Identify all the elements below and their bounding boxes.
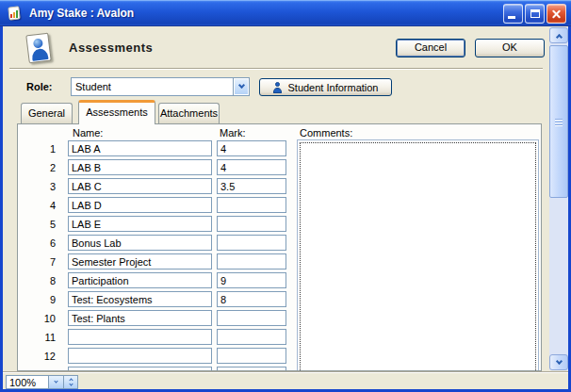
assessment-name-input[interactable] [68,272,212,288]
row-number: 6 [18,237,56,249]
chevron-up-icon [555,33,562,40]
assessment-mark-input[interactable] [217,235,286,251]
student-information-label: Student Information [287,82,378,93]
assessment-name-input[interactable] [68,329,212,345]
row-number: 12 [18,351,56,362]
table-row-clipped [18,367,291,371]
zoom-spinner[interactable] [63,376,77,388]
zoom-level-value: 100% [7,376,48,388]
row-number: 4 [18,200,56,211]
row-number: 5 [18,219,56,230]
name-column-header: Name: [73,127,103,139]
student-information-button[interactable]: Student Information [259,78,392,96]
row-number: 9 [18,294,56,305]
comments-field[interactable] [297,139,539,371]
assessment-mark-input[interactable] [217,310,286,326]
table-row: 3 [18,178,291,197]
ok-button[interactable]: OK [475,39,545,57]
zoom-dropdown-button[interactable] [48,376,63,388]
role-dropdown[interactable]: Student [71,77,250,96]
scroll-down-button[interactable] [549,354,568,370]
role-label: Role: [26,81,53,92]
assessment-name-input[interactable] [68,140,212,156]
assessment-mark-input[interactable] [217,178,286,194]
assessment-name-input[interactable] [68,348,212,364]
row-number: 7 [18,256,56,268]
window-title: Amy Stake : Avalon [29,7,503,20]
table-row: 5 [18,216,291,235]
zoom-control[interactable]: 100% [6,375,78,389]
app-chart-icon [8,6,23,21]
minimize-button[interactable] [503,4,523,24]
page-title: Assessments [69,41,153,55]
assessment-name-input[interactable] [68,253,212,270]
comments-header: Comments: [300,127,352,139]
assessment-mark-input[interactable] [217,197,286,213]
assessments-person-card-icon [25,33,56,65]
assessment-mark-input[interactable] [217,329,286,345]
comments-textarea[interactable] [300,142,536,371]
assessment-name-input[interactable] [68,178,212,194]
maximize-button[interactable] [525,4,545,24]
table-row: 6 [18,235,291,253]
row-number: 1 [18,143,56,155]
vertical-scrollbar[interactable] [549,27,568,370]
assessment-mark-input[interactable] [217,253,286,270]
scrollbar-thumb[interactable] [549,45,568,198]
close-button[interactable] [547,4,566,24]
minimize-icon [508,16,515,19]
header-divider [9,68,543,70]
row-number: 8 [18,275,56,286]
assessment-name-input[interactable] [68,216,212,232]
tab-assessments[interactable]: Assessments [78,100,155,124]
titlebar: Amy Stake : Avalon [0,0,571,26]
assessment-name-input[interactable] [68,310,212,326]
spinner-down-icon [69,382,73,385]
table-row: 2 [18,159,291,178]
assessment-name-input[interactable] [68,367,212,371]
chevron-down-icon [555,357,562,364]
table-row: 10 [18,310,291,329]
table-row: 12 [18,348,291,367]
assessment-mark-input[interactable] [217,140,286,156]
assessment-name-input[interactable] [68,159,212,175]
cancel-button[interactable]: Cancel [396,39,465,57]
dropdown-chevron-button[interactable] [233,78,249,95]
person-icon [272,82,283,93]
assessment-mark-input[interactable] [217,348,286,364]
role-dropdown-value: Student [72,78,233,95]
mark-column-header: Mark: [220,127,246,139]
row-number: 2 [18,162,56,173]
table-row: 4 [18,197,291,216]
table-row: 9 [18,291,291,310]
tab-attachments[interactable]: Attachments [158,103,220,123]
row-number: 3 [18,181,56,192]
chevron-down-icon [237,82,244,89]
assessment-mark-input[interactable] [217,159,286,175]
assessment-mark-input[interactable] [217,291,286,307]
row-number: 11 [18,332,56,343]
assessment-mark-input[interactable] [217,216,286,232]
chevron-down-icon [54,379,57,383]
assessment-name-input[interactable] [68,291,212,307]
row-number: 10 [18,313,56,324]
assessment-mark-input[interactable] [217,367,286,371]
scroll-up-button[interactable] [549,27,568,43]
table-row: 8 [18,272,291,291]
assessment-mark-input[interactable] [217,272,286,288]
dialog-content: Assessments Cancel OK Role: Student Stud… [3,26,568,389]
maximize-icon [530,9,540,18]
assessment-name-input[interactable] [68,197,212,213]
assessment-name-input[interactable] [68,235,212,251]
statusbar: 100% [3,371,568,389]
tab-general[interactable]: General [21,103,73,123]
table-row: 7 [18,253,291,272]
table-row: 11 [18,329,291,348]
table-row: 1 [18,140,291,159]
dialog-window: Amy Stake : Avalon Assessments Cancel OK… [0,0,571,392]
assessments-panel: Name: Mark: Comments: 1 2 3 4 5 6 7 8 9 … [17,123,542,371]
